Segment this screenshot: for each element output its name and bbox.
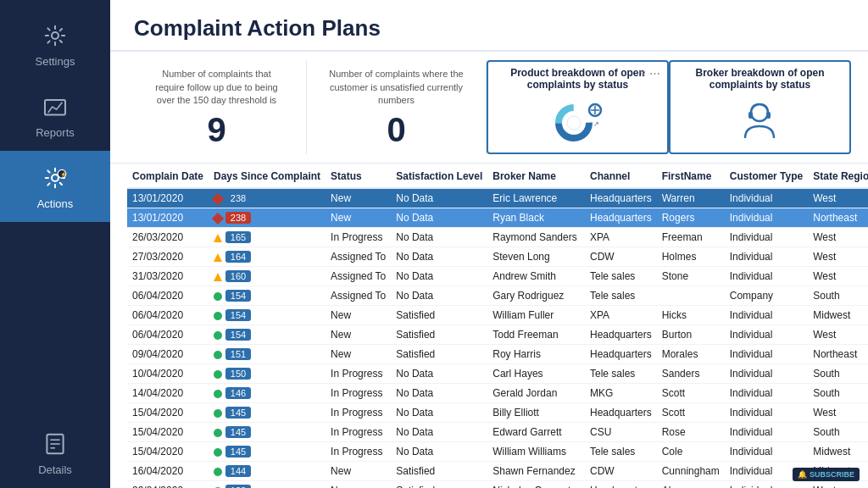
cell-date: 06/04/2020 — [127, 325, 209, 345]
cell-region: Northeast — [808, 208, 868, 228]
summary-card-threshold: Number of complaints that require follow… — [127, 60, 307, 154]
cell-status: In Progress — [326, 384, 391, 403]
table-row[interactable]: 15/04/2020 145 In Progress No Data Willi… — [127, 442, 868, 462]
cell-satisfaction: No Data — [391, 384, 487, 403]
sidebar-item-actions[interactable]: ⚡ Actions — [0, 151, 110, 222]
cell-region: South — [808, 286, 868, 306]
cell-days: 145 — [209, 423, 326, 442]
cell-firstname: Rogers — [657, 208, 725, 228]
cell-satisfaction: Satisfied — [391, 306, 487, 325]
cell-satisfaction: Satisfied — [391, 481, 487, 489]
cell-broker: Eric Lawrence — [487, 188, 585, 208]
col-header-firstname[interactable]: FirstName — [657, 164, 725, 188]
sidebar-item-reports[interactable]: Reports — [0, 80, 110, 151]
status-indicator — [214, 448, 222, 457]
cell-broker: William Williams — [487, 442, 585, 462]
subscribe-text: SUBSCRIBE — [810, 470, 854, 479]
table-row[interactable]: 06/04/2020 154 New Satisfied Todd Freema… — [127, 325, 868, 345]
days-value: 160 — [225, 270, 251, 282]
cell-satisfaction: No Data — [391, 403, 487, 423]
cell-region: South — [808, 423, 868, 442]
cell-date: 13/01/2020 — [127, 188, 209, 208]
cell-firstname: Cunningham — [657, 462, 725, 481]
col-header-channel[interactable]: Channel — [585, 164, 657, 188]
status-indicator — [214, 409, 222, 418]
cell-firstname: Burton — [657, 325, 725, 345]
summary-card-unsatisfied-number: 0 — [387, 113, 405, 147]
cell-satisfaction: No Data — [391, 364, 487, 384]
cell-broker: Raymond Sanders — [487, 228, 585, 247]
actions-icon: ⚡ — [40, 163, 70, 193]
cell-satisfaction: No Data — [391, 247, 487, 267]
details-icon — [40, 429, 70, 459]
table-row[interactable]: 27/03/2020 164 Assigned To No Data Steve… — [127, 247, 868, 267]
table-row[interactable]: 15/04/2020 145 In Progress No Data Edwar… — [127, 423, 868, 442]
broker-chart-title: Broker breakdown of open complaints by s… — [679, 67, 841, 91]
status-indicator — [212, 193, 224, 205]
col-header-date[interactable]: Complain Date — [127, 164, 209, 188]
cell-date: 22/04/2020 — [127, 481, 209, 489]
cell-firstname: Cole — [657, 442, 725, 462]
col-header-broker[interactable]: Broker Name — [487, 164, 585, 188]
sidebar-item-settings[interactable]: Settings — [0, 8, 110, 80]
summary-card-unsatisfied-text: Number of complaints where the customer … — [329, 68, 465, 107]
table-row[interactable]: 16/04/2020 144 New Satisfied Shawn Ferna… — [127, 462, 868, 481]
cell-custtype: Individual — [725, 481, 808, 489]
cell-channel: Headquarters — [585, 208, 657, 228]
days-value: 151 — [225, 348, 251, 360]
cell-custtype: Individual — [725, 442, 808, 462]
cell-satisfaction: No Data — [391, 228, 487, 247]
table-row[interactable]: 26/03/2020 165 In Progress No Data Raymo… — [127, 228, 868, 247]
table-row[interactable]: 09/04/2020 151 New Satisfied Roy Harris … — [127, 345, 868, 364]
svg-rect-17 — [748, 112, 753, 119]
cell-status: New — [326, 345, 391, 364]
table-row[interactable]: 13/01/2020 238 New No Data Eric Lawrence… — [127, 188, 868, 208]
cell-firstname — [657, 286, 725, 306]
cell-channel: Tele sales — [585, 364, 657, 384]
cell-channel: XPA — [585, 228, 657, 247]
col-header-status[interactable]: Status — [326, 164, 391, 188]
table-row[interactable]: 06/04/2020 154 Assigned To No Data Gary … — [127, 286, 868, 306]
subscribe-badge: 🔔 SUBSCRIBE — [793, 468, 860, 481]
table-row[interactable]: 13/01/2020 238 New No Data Ryan Black He… — [127, 208, 868, 228]
cell-days: 154 — [209, 306, 326, 325]
col-header-custtype[interactable]: Customer Type — [725, 164, 808, 188]
summary-row: Number of complaints that require follow… — [110, 52, 868, 164]
cell-region: West — [808, 188, 868, 208]
cell-status: Assigned To — [326, 247, 391, 267]
cell-broker: Gary Rodriguez — [487, 286, 585, 306]
col-header-days[interactable]: Days Since Complaint — [209, 164, 326, 188]
sidebar-item-reports-label: Reports — [36, 126, 75, 139]
cell-region: Midwest — [808, 306, 868, 325]
table-row[interactable]: 14/04/2020 146 In Progress No Data Geral… — [127, 384, 868, 403]
cell-region: West — [808, 228, 868, 247]
cell-satisfaction: Satisfied — [391, 325, 487, 345]
cell-date: 09/04/2020 — [127, 345, 209, 364]
table-row[interactable]: 10/04/2020 150 In Progress No Data Carl … — [127, 364, 868, 384]
cell-days: 150 — [209, 364, 326, 384]
cell-date: 15/04/2020 — [127, 442, 209, 462]
table-row[interactable]: 22/04/2020 138 New Satisfied Nicholas Ca… — [127, 481, 868, 489]
cell-satisfaction: No Data — [391, 208, 487, 228]
filter-icon[interactable]: ▿ — [640, 67, 646, 80]
sidebar-item-details[interactable]: Details — [0, 417, 110, 488]
cell-satisfaction: Satisfied — [391, 462, 487, 481]
cell-channel: MKG — [585, 384, 657, 403]
more-icon[interactable]: ⋯ — [649, 67, 660, 80]
cell-channel: CSU — [585, 423, 657, 442]
table-row[interactable]: 15/04/2020 145 In Progress No Data Billy… — [127, 403, 868, 423]
cell-region: West — [808, 481, 868, 489]
cell-broker: Steven Long — [487, 247, 585, 267]
table-row[interactable]: 31/03/2020 160 Assigned To No Data Andre… — [127, 267, 868, 286]
sidebar-item-details-label: Details — [38, 463, 72, 476]
cell-channel: CDW — [585, 247, 657, 267]
table-row[interactable]: 06/04/2020 154 New Satisfied William Ful… — [127, 306, 868, 325]
svg-text:⚡: ⚡ — [60, 171, 67, 178]
cell-days: 138 — [209, 481, 326, 489]
status-indicator — [214, 390, 222, 398]
reports-icon — [40, 92, 70, 122]
cell-status: In Progress — [326, 423, 391, 442]
col-header-region[interactable]: State Regions — [808, 164, 868, 188]
cell-status: Assigned To — [326, 286, 391, 306]
col-header-satisfaction[interactable]: Satisfaction Level — [391, 164, 487, 188]
